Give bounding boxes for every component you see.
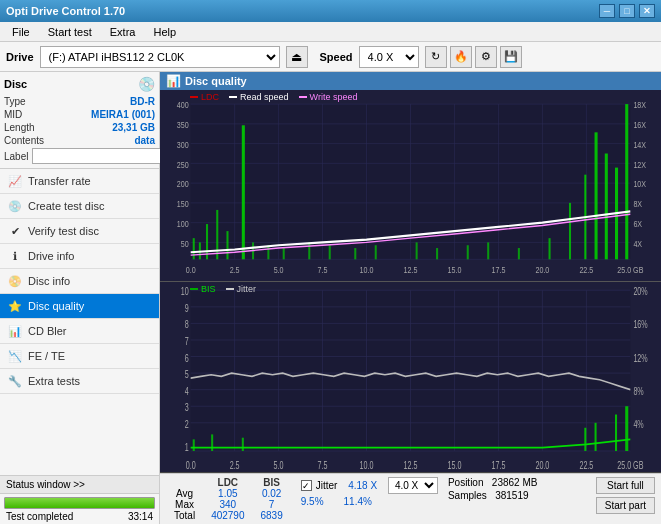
contents-label: Contents — [4, 135, 44, 146]
svg-rect-117 — [193, 439, 195, 451]
svg-text:9: 9 — [185, 300, 189, 313]
status-text: Test completed — [6, 511, 73, 522]
svg-text:20%: 20% — [633, 284, 648, 297]
nav-disc-info[interactable]: 📀 Disc info — [0, 269, 159, 294]
samples-row: Samples 381519 — [448, 490, 538, 501]
max-ldc: 340 — [203, 499, 252, 510]
left-panel: Disc 💿 Type BD-R MID MEIRA1 (001) Length… — [0, 72, 160, 524]
nav-disc-quality[interactable]: ⭐ Disc quality — [0, 294, 159, 319]
drive-select[interactable]: (F:) ATAPI iHBS112 2 CL0K — [40, 46, 280, 68]
settings-button[interactable]: ⚙ — [475, 46, 497, 68]
disc-info-icon: 📀 — [8, 274, 22, 288]
svg-text:0.0: 0.0 — [186, 264, 196, 275]
charts-area: LDC Read speed Write speed — [160, 90, 661, 473]
menu-start-test[interactable]: Start test — [40, 24, 100, 40]
nav-create-test-disc[interactable]: 💿 Create test disc — [0, 194, 159, 219]
position-section: Position 23862 MB Samples 381519 — [448, 477, 538, 501]
drive-label: Drive — [6, 51, 34, 63]
total-bis: 6839 — [253, 510, 291, 521]
nav-list: 📈 Transfer rate 💿 Create test disc ✔ Ver… — [0, 169, 159, 394]
svg-text:0.0: 0.0 — [186, 458, 196, 471]
verify-test-disc-icon: ✔ — [8, 224, 22, 238]
menu-extra[interactable]: Extra — [102, 24, 144, 40]
svg-rect-123 — [625, 406, 628, 451]
svg-rect-51 — [242, 125, 245, 259]
speed-dropdown[interactable]: 4.0 X — [388, 477, 438, 494]
nav-cd-bler[interactable]: 📊 CD Bler — [0, 319, 159, 344]
legend-read-speed: Read speed — [229, 92, 289, 102]
nav-cd-bler-label: CD Bler — [28, 325, 67, 337]
save-button[interactable]: 💾 — [500, 46, 522, 68]
legend-ldc: LDC — [190, 92, 219, 102]
mid-label: MID — [4, 109, 22, 120]
nav-fe-te[interactable]: 📉 FE / TE — [0, 344, 159, 369]
menu-file[interactable]: File — [4, 24, 38, 40]
svg-text:25.0 GB: 25.0 GB — [617, 458, 643, 471]
status-window-button[interactable]: Status window >> — [0, 476, 159, 494]
svg-rect-119 — [242, 437, 244, 450]
length-label: Length — [4, 122, 35, 133]
nav-drive-info[interactable]: ℹ Drive info — [0, 244, 159, 269]
svg-rect-56 — [329, 245, 331, 259]
svg-text:10.0: 10.0 — [360, 264, 374, 275]
jitter-values-row: 9.5% 11.4% — [301, 496, 438, 507]
svg-rect-70 — [625, 104, 628, 259]
close-button[interactable]: ✕ — [639, 4, 655, 18]
start-part-button[interactable]: Start part — [596, 497, 655, 514]
cd-bler-icon: 📊 — [8, 324, 22, 338]
svg-text:20.0: 20.0 — [535, 264, 549, 275]
nav-fe-te-label: FE / TE — [28, 350, 65, 362]
svg-text:4X: 4X — [633, 237, 642, 248]
nav-drive-info-label: Drive info — [28, 250, 74, 262]
svg-rect-67 — [595, 132, 598, 259]
svg-text:18X: 18X — [633, 99, 646, 110]
avg-ldc: 1.05 — [203, 488, 252, 499]
status-time: 33:14 — [128, 511, 153, 522]
svg-text:12.5: 12.5 — [404, 264, 418, 275]
svg-text:6X: 6X — [633, 218, 642, 229]
avg-jitter: 9.5% — [301, 496, 324, 507]
chart-top-svg: 400 350 300 250 200 150 100 50 18X 16X 1… — [160, 90, 661, 281]
disc-label-input[interactable] — [32, 148, 165, 164]
menu-help[interactable]: Help — [145, 24, 184, 40]
svg-rect-55 — [308, 242, 310, 259]
extra-tests-icon: 🔧 — [8, 374, 22, 388]
disc-label-row: Label ✎ — [4, 148, 155, 164]
start-full-button[interactable]: Start full — [596, 477, 655, 494]
nav-verify-test-disc[interactable]: ✔ Verify test disc — [0, 219, 159, 244]
burn-button[interactable]: 🔥 — [450, 46, 472, 68]
svg-rect-49 — [216, 210, 218, 259]
eject-button[interactable]: ⏏ — [286, 46, 308, 68]
svg-text:5.0: 5.0 — [274, 264, 284, 275]
speed-select[interactable]: 4.0 X — [359, 46, 419, 68]
refresh-button[interactable]: ↻ — [425, 46, 447, 68]
chart-bottom-svg: 10 9 8 7 6 5 4 3 2 1 20% 16% 12% 8% 4% — [160, 282, 661, 473]
svg-rect-122 — [615, 414, 617, 450]
status-row: Test completed 33:14 — [4, 511, 155, 522]
minimize-button[interactable]: ─ — [599, 4, 615, 18]
stats-col-bis: BIS — [253, 477, 291, 488]
svg-text:5: 5 — [185, 367, 189, 380]
svg-text:12.5: 12.5 — [404, 458, 418, 471]
nav-transfer-rate[interactable]: 📈 Transfer rate — [0, 169, 159, 194]
svg-text:25.0 GB: 25.0 GB — [617, 264, 643, 275]
right-panel: 📊 Disc quality LDC Read speed — [160, 72, 661, 524]
svg-text:7.5: 7.5 — [318, 264, 328, 275]
svg-text:10.0: 10.0 — [360, 458, 374, 471]
disc-length-row: Length 23,31 GB — [4, 122, 155, 133]
chart-header-icon: 📊 — [166, 74, 181, 88]
stats-table: LDC BIS Avg 1.05 0.02 Max 340 — [166, 477, 291, 521]
start-buttons: Start full Start part — [596, 477, 655, 514]
svg-text:2.5: 2.5 — [230, 264, 240, 275]
svg-text:8%: 8% — [633, 383, 644, 396]
jitter-checkbox[interactable]: ✓ — [301, 480, 312, 491]
status-bar: Status window >> Test completed 33:14 — [0, 475, 159, 524]
bis-legend-dot — [190, 288, 198, 290]
maximize-button[interactable]: □ — [619, 4, 635, 18]
svg-text:400: 400 — [177, 99, 189, 110]
total-ldc: 402790 — [203, 510, 252, 521]
svg-text:14X: 14X — [633, 139, 646, 150]
nav-extra-tests[interactable]: 🔧 Extra tests — [0, 369, 159, 394]
drive-bar: Drive (F:) ATAPI iHBS112 2 CL0K ⏏ Speed … — [0, 42, 661, 72]
svg-rect-57 — [354, 248, 356, 259]
